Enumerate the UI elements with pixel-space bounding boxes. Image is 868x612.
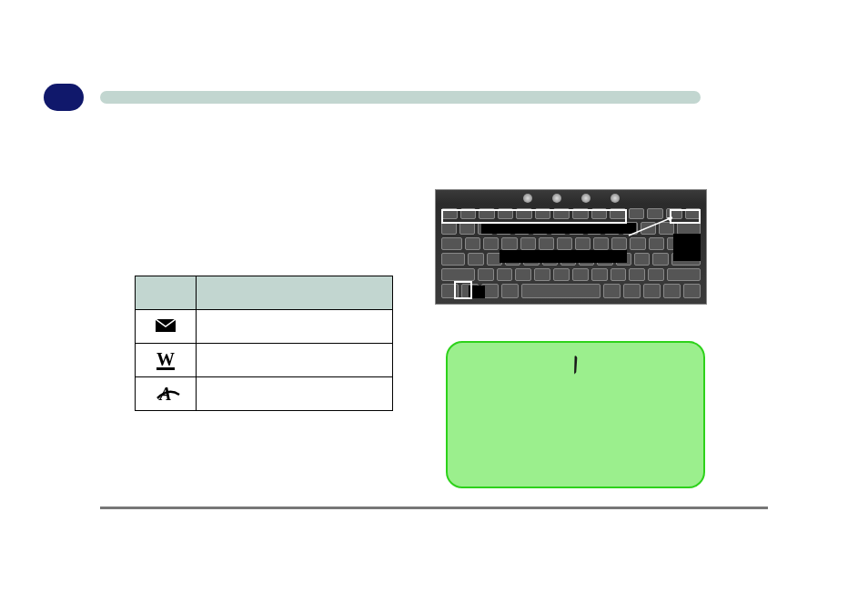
tip-note-box	[446, 341, 705, 488]
hotkey-button-icon	[523, 194, 532, 203]
svg-line-1	[629, 217, 672, 236]
table-row	[136, 310, 393, 344]
app-desc	[197, 377, 393, 411]
chapter-badge	[44, 84, 84, 111]
page-header	[44, 84, 824, 111]
footer-divider	[100, 507, 768, 509]
hotkey-button-icon	[581, 194, 590, 203]
envelope-desc	[197, 310, 393, 344]
callout-bar	[481, 223, 636, 234]
icon-table: W A	[135, 276, 393, 411]
header-divider-bar	[100, 91, 701, 104]
callout-bar	[500, 250, 627, 263]
www-desc	[197, 344, 393, 377]
app-icon: A	[136, 377, 197, 411]
highlight-box-fn-key	[454, 281, 472, 299]
envelope-icon	[136, 310, 197, 344]
table-row: A	[136, 377, 393, 411]
table-header-row	[136, 276, 393, 310]
table-row: W	[136, 344, 393, 377]
hotkey-button-icon	[611, 194, 620, 203]
www-icon: W	[136, 344, 197, 377]
pen-icon	[564, 353, 588, 377]
arrow-icon	[627, 214, 681, 241]
keyboard-figure	[435, 189, 707, 305]
table-header-desc	[197, 276, 393, 310]
hotkey-button-icon	[552, 194, 561, 203]
svg-marker-2	[667, 217, 672, 223]
keyboard-top-buttons	[436, 194, 706, 206]
highlight-box-function-row	[441, 209, 627, 224]
table-header-icon	[136, 276, 197, 310]
